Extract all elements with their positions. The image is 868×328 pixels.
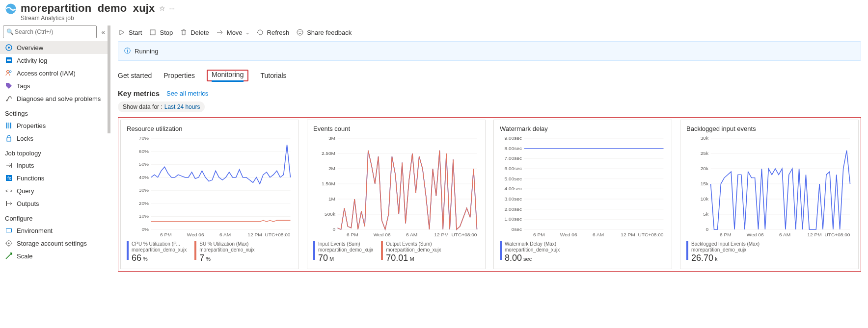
tab-tutorials[interactable]: Tutorials [260, 70, 286, 81]
page-title: morepartition_demo_xujx [21, 2, 155, 15]
tab-properties[interactable]: Properties [163, 70, 195, 81]
resource-type-label: Stream Analytics job [21, 15, 175, 22]
svg-text:< >: < > [5, 188, 13, 194]
chart[interactable]: 70%60%50%40%30%20%10%0%6 PMWed 066 AM12 … [127, 135, 293, 238]
nav-item-environment[interactable]: Environment [0, 224, 110, 237]
output-icon [5, 200, 13, 207]
see-all-metrics-link[interactable]: See all metrics [166, 90, 208, 97]
legend-value: 8.00 sec [505, 253, 560, 264]
legend-resource-name: morepartition_demo_xujx [505, 247, 560, 253]
tags-icon [5, 82, 13, 90]
svg-text:4.00sec: 4.00sec [505, 186, 522, 191]
metric-card-events-count[interactable]: Events count 3M2.50M2M1.50M1M500k06 PMWe… [307, 120, 486, 269]
svg-text:6.00sec: 6.00sec [505, 166, 522, 171]
nav-item-locks[interactable]: Locks [0, 132, 110, 145]
nav-item-overview[interactable]: Overview [0, 41, 110, 54]
nav-item-properties[interactable]: Properties [0, 119, 110, 132]
nav-item-activity-log[interactable]: Activity log [0, 54, 110, 67]
nav-item-label: Query [17, 187, 34, 195]
time-range-filter[interactable]: Show data for : Last 24 hours [118, 101, 205, 112]
svg-text:50%: 50% [139, 162, 149, 167]
page-header: morepartition_demo_xujx ☆ ··· Stream Ana… [0, 0, 868, 25]
svg-text:30k: 30k [701, 136, 709, 141]
start-button[interactable]: Start [118, 28, 142, 36]
legend-value: 70.01 M [386, 253, 441, 264]
svg-text:5k: 5k [703, 212, 708, 217]
svg-text:fx: fx [7, 176, 11, 181]
trash-icon [180, 28, 188, 36]
access-icon [5, 69, 13, 77]
svg-text:6 AM: 6 AM [219, 232, 231, 237]
legend-value: 7 % [199, 253, 254, 264]
nav-item-label: Inputs [17, 162, 34, 169]
svg-text:6 AM: 6 AM [593, 232, 604, 237]
legend-color-bar [127, 241, 129, 260]
legend-value: 26.70 k [691, 253, 760, 264]
svg-text:8.00sec: 8.00sec [505, 146, 522, 151]
play-icon [118, 28, 126, 36]
nav-item-label: Outputs [17, 200, 39, 207]
metric-card-watermark-delay[interactable]: Watermark delay 9.00sec8.00sec7.00sec6.0… [493, 120, 672, 269]
delete-button[interactable]: Delete [180, 28, 209, 36]
scale-icon [5, 252, 13, 260]
tab-get-started[interactable]: Get started [118, 70, 152, 81]
nav-item-query[interactable]: < >Query [0, 184, 110, 197]
move-button[interactable]: Move⌄ [216, 28, 249, 36]
scrollbar[interactable] [108, 25, 110, 133]
chart[interactable]: 3M2.50M2M1.50M1M500k06 PMWed 066 AM12 PM… [313, 135, 479, 238]
svg-rect-19 [6, 229, 11, 232]
nav-item-storage-account-settings[interactable]: Storage account settings [0, 237, 110, 250]
chart[interactable]: 30k25k20k15k10k5k06 PMWed 066 AM12 PMUTC… [686, 135, 852, 238]
chart-legend: Input Events (Sum) morepartition_demo_xu… [313, 241, 479, 264]
key-metrics-title: Key metrics [118, 89, 160, 98]
tab-monitoring[interactable]: Monitoring [212, 69, 244, 82]
input-icon [5, 161, 13, 169]
nav-item-inputs[interactable]: Inputs [0, 159, 110, 172]
resource-icon [4, 2, 18, 16]
feedback-button[interactable]: Share feedback [296, 28, 352, 36]
nav-item-label: Properties [17, 122, 46, 129]
stop-button[interactable]: Stop [149, 28, 173, 36]
nav-item-diagnose-and-solve-problems[interactable]: Diagnose and solve problems [0, 92, 110, 105]
svg-text:60%: 60% [139, 149, 149, 153]
status-banner: ⓘ Running [118, 41, 861, 61]
svg-text:0%: 0% [141, 227, 149, 232]
chart[interactable]: 9.00sec8.00sec7.00sec6.00sec5.00sec4.00s… [500, 135, 666, 238]
svg-text:15k: 15k [701, 181, 709, 186]
metric-card-resource-utilization[interactable]: Resource utilization 70%60%50%40%30%20%1… [120, 120, 299, 269]
search-box[interactable]: 🔍 [3, 25, 97, 38]
svg-text:2.50M: 2.50M [322, 151, 335, 156]
nav-item-outputs[interactable]: Outputs [0, 197, 110, 210]
legend-item: SU % Utilization (Max) morepartition_dem… [194, 241, 254, 264]
nav-item-label: Overview [17, 44, 43, 51]
favorite-icon[interactable]: ☆ [159, 4, 165, 12]
svg-text:40%: 40% [139, 175, 149, 179]
nav-item-label: Locks [17, 135, 33, 142]
svg-text:3.00sec: 3.00sec [505, 197, 522, 202]
more-icon[interactable]: ··· [169, 4, 175, 12]
metric-card-backlogged-input-events[interactable]: Backlogged input events 30k25k20k15k10k5… [680, 120, 859, 269]
svg-text:2M: 2M [328, 166, 335, 171]
svg-text:1M: 1M [328, 197, 335, 202]
nav-item-scale[interactable]: Scale [0, 250, 110, 262]
nav-item-tags[interactable]: Tags [0, 79, 110, 92]
svg-text:6 PM: 6 PM [533, 232, 545, 237]
svg-text:70%: 70% [139, 136, 149, 141]
svg-text:0: 0 [332, 227, 335, 232]
svg-text:6 AM: 6 AM [406, 232, 417, 237]
collapse-nav-icon[interactable]: « [99, 28, 108, 36]
nav-section-title: Settings [0, 105, 110, 119]
card-title: Watermark delay [500, 125, 666, 132]
nav-item-functions[interactable]: fxFunctions [0, 172, 110, 184]
nav-item-access-control-iam-[interactable]: Access control (IAM) [0, 67, 110, 79]
legend-color-bar [381, 241, 383, 260]
legend-color-bar [194, 241, 196, 260]
svg-rect-22 [150, 30, 155, 35]
refresh-button[interactable]: Refresh [256, 28, 290, 36]
legend-item: Watermark Delay (Max) morepartition_demo… [500, 241, 560, 264]
svg-text:25k: 25k [701, 151, 709, 156]
legend-item: Backlogged Input Events (Max) morepartit… [686, 241, 760, 264]
card-title: Events count [313, 125, 479, 132]
arrow-right-icon [216, 28, 224, 36]
search-input[interactable] [14, 28, 93, 36]
